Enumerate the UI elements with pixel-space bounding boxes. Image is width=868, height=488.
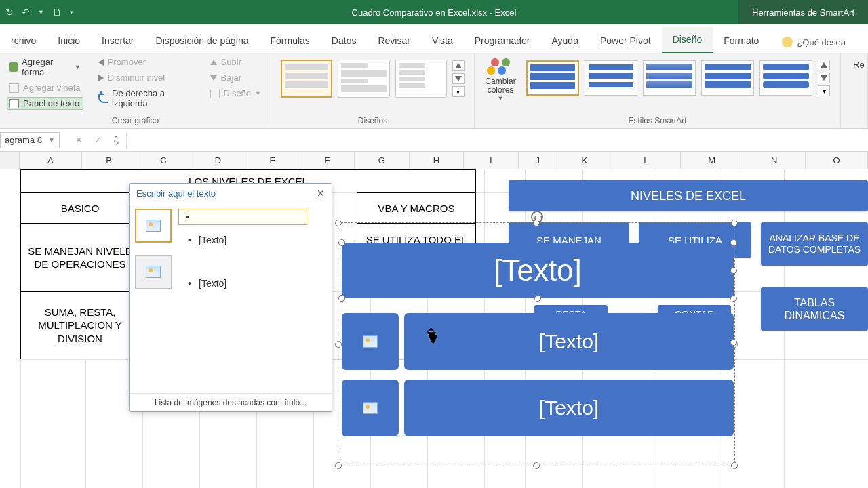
undo-icon[interactable]: ↶ xyxy=(22,7,30,18)
agregar-forma-button[interactable]: Agregar forma▼ xyxy=(7,56,83,79)
redo-icon[interactable]: ↻ xyxy=(5,7,14,18)
style-thumb-1[interactable] xyxy=(526,60,579,96)
text-pane-list[interactable]: [Texto] [Texto] xyxy=(178,209,326,388)
col-N[interactable]: N xyxy=(743,152,806,169)
tab-formulas[interactable]: Fórmulas xyxy=(260,28,321,53)
style-thumb-2[interactable] xyxy=(585,60,637,96)
tab-vista[interactable]: Vista xyxy=(421,28,464,53)
sa-child-3[interactable]: ANALIZAR BASE DE DATOS COMPLETAS xyxy=(761,222,868,266)
qat-more-icon[interactable]: ▾ xyxy=(70,9,73,16)
col-J[interactable]: J xyxy=(519,152,558,169)
cell-suma[interactable]: SUMA, RESTA, MULTIPLACION Y DIVISION xyxy=(20,291,140,359)
tp-item-2[interactable]: [Texto] xyxy=(178,275,326,291)
col-D[interactable]: D xyxy=(191,152,245,169)
handle-s[interactable] xyxy=(533,462,540,469)
formula-input[interactable] xyxy=(126,132,868,148)
panel-de-texto-button[interactable]: Panel de texto xyxy=(7,97,83,110)
col-B[interactable]: B xyxy=(82,152,136,169)
handle-nw[interactable] xyxy=(335,220,342,226)
layout-more-button[interactable]: ▾ xyxy=(452,86,465,97)
tab-ayuda[interactable]: Ayuda xyxy=(540,28,589,53)
undo-dropdown-icon[interactable]: ▼ xyxy=(38,9,44,16)
handle-n[interactable] xyxy=(533,220,540,226)
worksheet-area[interactable]: LOS NIVELES DE EXCEL BASICO VBA Y MACROS… xyxy=(0,169,868,488)
fx-button[interactable]: fx xyxy=(107,134,126,146)
reset-button[interactable]: Re xyxy=(848,56,861,74)
text-pane-close-button[interactable]: ✕ xyxy=(317,188,325,199)
layout-down-button[interactable] xyxy=(452,73,465,84)
col-K[interactable]: K xyxy=(557,152,612,169)
handle-w[interactable] xyxy=(335,341,342,348)
sa2-title[interactable]: [Texto] xyxy=(342,243,734,298)
tab-powerpivot[interactable]: Power Pivot xyxy=(589,28,662,53)
col-L[interactable]: L xyxy=(612,152,682,169)
tab-insertar[interactable]: Insertar xyxy=(91,28,144,53)
disminuir-button[interactable]: Disminuir nivel xyxy=(96,71,195,84)
subir-button[interactable]: Subir xyxy=(208,56,264,68)
sa2-row-1[interactable]: [Texto] xyxy=(404,313,734,370)
text-pane-input[interactable] xyxy=(178,209,307,225)
shape-handle[interactable] xyxy=(730,339,737,346)
agregar-vineta-button[interactable]: Agregar viñeta xyxy=(7,81,83,94)
bajar-button[interactable]: Bajar xyxy=(208,71,264,84)
col-F[interactable]: F xyxy=(300,152,355,169)
tab-inicio[interactable]: Inicio xyxy=(47,28,91,53)
cell-vba[interactable]: VBA Y MACROS xyxy=(357,192,476,224)
cambiar-colores-button[interactable]: Cambiar colores ▼ xyxy=(481,56,519,102)
style-thumb-3[interactable] xyxy=(643,60,696,96)
new-doc-icon[interactable]: 🗋 xyxy=(52,7,62,18)
diseno-dd-button[interactable]: Diseño▼ xyxy=(208,87,264,100)
text-pane-header[interactable]: Escribir aqui el texto ✕ xyxy=(130,184,332,203)
col-G[interactable]: G xyxy=(355,152,409,169)
col-I[interactable]: I xyxy=(464,152,518,169)
enter-fx-button[interactable]: ✓ xyxy=(88,135,107,145)
sa2-row-2[interactable]: [Texto] xyxy=(404,380,734,436)
shape-handle[interactable] xyxy=(338,239,345,246)
select-all-corner[interactable] xyxy=(0,152,20,169)
tp-item-1[interactable]: [Texto] xyxy=(178,232,326,248)
text-pane[interactable]: Escribir aqui el texto ✕ [Texto] [Texto]… xyxy=(129,183,332,412)
cancel-fx-button[interactable]: ✕ xyxy=(69,135,88,145)
tell-me[interactable]: ¿Qué desea xyxy=(782,37,846,53)
tab-archivo[interactable]: rchivo xyxy=(0,28,47,53)
shape-handle[interactable] xyxy=(730,239,737,246)
cell-basico[interactable]: BASICO xyxy=(20,192,140,224)
promover-button[interactable]: Promover xyxy=(96,56,195,68)
sa2-pic-2[interactable] xyxy=(342,380,399,436)
col-H[interactable]: H xyxy=(410,152,464,169)
layout-thumb-2[interactable] xyxy=(338,60,389,98)
shape-handle[interactable] xyxy=(338,295,345,302)
name-box-dropdown-icon[interactable]: ▼ xyxy=(48,136,55,144)
style-thumb-4[interactable] xyxy=(701,60,754,96)
handle-sw[interactable] xyxy=(335,462,342,469)
tab-formato[interactable]: Formato xyxy=(713,28,770,53)
sa-root[interactable]: NIVELES DE EXCEL xyxy=(509,180,868,211)
sa-child-4[interactable]: TABLAS DINAMICAS xyxy=(761,287,868,331)
style-up-button[interactable] xyxy=(818,60,830,70)
layout-thumb-1[interactable] xyxy=(281,60,332,98)
rtl-button[interactable]: De derecha a izquierda xyxy=(96,87,195,110)
shape-handle[interactable] xyxy=(534,295,541,302)
layout-up-button[interactable] xyxy=(452,60,465,71)
style-down-button[interactable] xyxy=(818,73,830,83)
cell-semanejan[interactable]: SE MANEJAN NIVELE DE OPERACIONES xyxy=(20,224,140,291)
tp-thumb-2[interactable] xyxy=(135,255,172,289)
layout-thumb-3[interactable] xyxy=(395,60,447,98)
sa2-pic-1[interactable] xyxy=(342,313,399,370)
tab-revisar[interactable]: Revisar xyxy=(367,28,420,53)
handle-ne[interactable] xyxy=(731,220,738,226)
tab-disposicion[interactable]: Disposición de página xyxy=(145,28,260,53)
tab-diseno[interactable]: Diseño xyxy=(662,27,713,53)
shape-handle[interactable] xyxy=(730,295,737,302)
handle-se[interactable] xyxy=(731,462,738,469)
style-more-button[interactable]: ▾ xyxy=(818,85,830,96)
shape-handle[interactable] xyxy=(730,267,737,274)
col-M[interactable]: M xyxy=(681,152,743,169)
col-C[interactable]: C xyxy=(136,152,191,169)
name-box[interactable]: agrama 8▼ xyxy=(0,132,60,148)
col-O[interactable]: O xyxy=(806,152,868,169)
style-thumb-5[interactable] xyxy=(760,60,812,96)
tab-datos[interactable]: Datos xyxy=(321,28,368,53)
tp-thumb-1[interactable] xyxy=(135,209,172,243)
col-E[interactable]: E xyxy=(245,152,300,169)
